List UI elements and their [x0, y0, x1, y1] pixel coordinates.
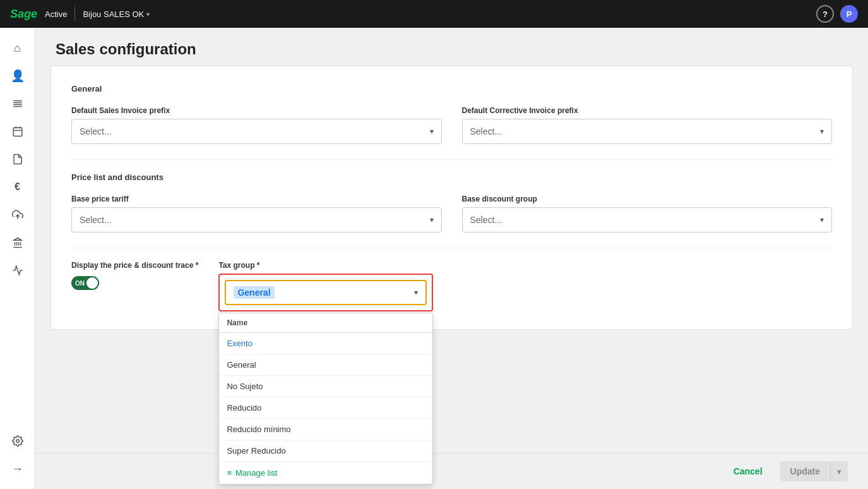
svg-point-15: [16, 440, 19, 443]
price-form-row: Base price tariff Select... ▾ Base disco…: [71, 195, 832, 232]
sidebar-bottom: →: [5, 428, 30, 481]
list-icon: ≡: [227, 468, 232, 478]
toggle-wrapper: ON: [71, 276, 198, 290]
tax-group-label: Tax group *: [218, 261, 433, 270]
layout: ⌂ 👤 € → Sales con: [0, 28, 868, 489]
sidebar-item-finance[interactable]: €: [5, 174, 30, 200]
dropdown-item-general[interactable]: General: [219, 354, 432, 376]
default-sales-invoice-prefix-select[interactable]: Select... ▾: [71, 119, 442, 144]
base-discount-group-label: Base discount group: [462, 195, 833, 203]
update-button-group: Update ▾: [780, 461, 848, 481]
sidebar-item-upload[interactable]: [5, 202, 30, 227]
user-avatar[interactable]: P: [840, 5, 858, 23]
tax-group-select[interactable]: General ▾: [225, 280, 427, 305]
form-card: General Default Sales Invoice prefix Sel…: [51, 66, 853, 330]
page-footer: Cancel Update ▾: [35, 453, 868, 489]
base-discount-group-select[interactable]: Select... ▾: [462, 207, 833, 232]
main-content: Sales configuration General Default Sale…: [35, 28, 868, 489]
dropdown-name-col: Name: [227, 318, 247, 327]
base-price-tariff-label: Base price tariff: [71, 195, 442, 203]
default-corrective-invoice-prefix-label: Default Corrective Invoice prefix: [462, 106, 833, 115]
default-corrective-invoice-prefix-select[interactable]: Select... ▾: [462, 119, 833, 144]
manage-list-label: Manage list: [235, 468, 277, 478]
update-caret-button[interactable]: ▾: [830, 461, 848, 481]
dropdown-item-no-sujeto[interactable]: No Sujeto: [219, 376, 432, 397]
default-corrective-invoice-prefix-group: Default Corrective Invoice prefix Select…: [462, 106, 833, 144]
chevron-down-icon: ▾: [430, 127, 434, 136]
tax-group-selected-value: General: [234, 286, 274, 299]
display-trace-group: Display the price & discount trace * ON: [71, 261, 198, 290]
base-discount-group-group: Base discount group Select... ▾: [462, 195, 833, 232]
toggle-knob: [86, 277, 98, 289]
dropdown-item-reducido[interactable]: Reducido: [219, 397, 432, 419]
sidebar-item-home[interactable]: ⌂: [5, 35, 30, 61]
sidebar: ⌂ 👤 € →: [0, 28, 35, 489]
default-corrective-invoice-prefix-wrapper: Select... ▾: [462, 119, 833, 144]
tax-group-dropdown: Name Exento General No Sujeto Reducido: [218, 313, 433, 485]
sidebar-item-logout[interactable]: →: [5, 456, 30, 481]
default-corrective-invoice-prefix-placeholder: Select...: [470, 126, 502, 136]
manage-list-button[interactable]: ≡ Manage list: [219, 462, 432, 484]
chevron-down-icon: ▾: [430, 215, 434, 224]
sidebar-item-reports[interactable]: [5, 258, 30, 283]
sidebar-item-contacts[interactable]: 👤: [5, 63, 30, 88]
dropdown-header: Name: [219, 313, 432, 333]
base-price-tariff-placeholder: Select...: [80, 215, 112, 225]
base-price-tariff-group: Base price tariff Select... ▾: [71, 195, 442, 232]
sidebar-item-lists[interactable]: [5, 91, 30, 116]
chevron-down-icon: ▾: [820, 215, 824, 224]
page-title: Sales configuration: [56, 40, 848, 58]
general-section-title: General: [71, 84, 832, 94]
sidebar-item-documents[interactable]: [5, 147, 30, 172]
cancel-button[interactable]: Cancel: [723, 461, 773, 481]
section-separator: [71, 159, 832, 160]
default-sales-invoice-prefix-group: Default Sales Invoice prefix Select... ▾: [71, 106, 442, 144]
sidebar-item-calendar[interactable]: [5, 119, 30, 144]
default-sales-invoice-prefix-wrapper: Select... ▾: [71, 119, 442, 144]
chevron-down-icon: ▾: [414, 288, 418, 297]
chevron-down-icon: ▾: [820, 127, 824, 136]
top-nav: Sage Active Bijou SALES OK ▾ ? P: [0, 0, 868, 28]
dropdown-item-exento[interactable]: Exento: [219, 333, 432, 354]
update-button[interactable]: Update: [780, 461, 830, 481]
page-header: Sales configuration: [35, 28, 868, 66]
footer-spacer: [35, 345, 868, 383]
section-separator-2: [71, 248, 832, 248]
sidebar-item-bank[interactable]: [5, 230, 30, 255]
default-sales-invoice-prefix-placeholder: Select...: [80, 126, 112, 136]
price-section-title: Price list and discounts: [71, 172, 832, 182]
nav-status: Active: [45, 9, 67, 19]
svg-marker-14: [14, 238, 21, 241]
sage-logo: Sage: [10, 8, 37, 21]
general-form-row: Default Sales Invoice prefix Select... ▾…: [71, 106, 832, 144]
tax-group-group: Tax group * General ▾ Name Exento: [218, 261, 433, 311]
svg-rect-4: [13, 128, 22, 136]
nav-company[interactable]: Bijou SALES OK ▾: [83, 9, 150, 19]
help-button[interactable]: ?: [816, 5, 834, 23]
display-trace-toggle[interactable]: ON: [71, 276, 99, 290]
base-price-tariff-wrapper: Select... ▾: [71, 207, 442, 232]
trace-tax-section: Display the price & discount trace * ON …: [71, 261, 832, 311]
nav-right: ? P: [816, 5, 858, 23]
dropdown-item-super-reducido[interactable]: Super Reducido: [219, 440, 432, 462]
dropdown-item-reducido-minimo[interactable]: Reducido mínimo: [219, 419, 432, 440]
default-sales-invoice-prefix-label: Default Sales Invoice prefix: [71, 106, 442, 115]
base-discount-group-wrapper: Select... ▾: [462, 207, 833, 232]
chevron-down-icon: ▾: [146, 11, 150, 18]
base-price-tariff-select[interactable]: Select... ▾: [71, 207, 442, 232]
display-trace-label: Display the price & discount trace *: [71, 261, 198, 270]
nav-divider: [74, 6, 75, 21]
tax-group-box: General ▾: [218, 274, 433, 311]
sidebar-item-settings[interactable]: [5, 428, 30, 454]
toggle-label: ON: [75, 280, 85, 287]
base-discount-group-placeholder: Select...: [470, 215, 502, 225]
